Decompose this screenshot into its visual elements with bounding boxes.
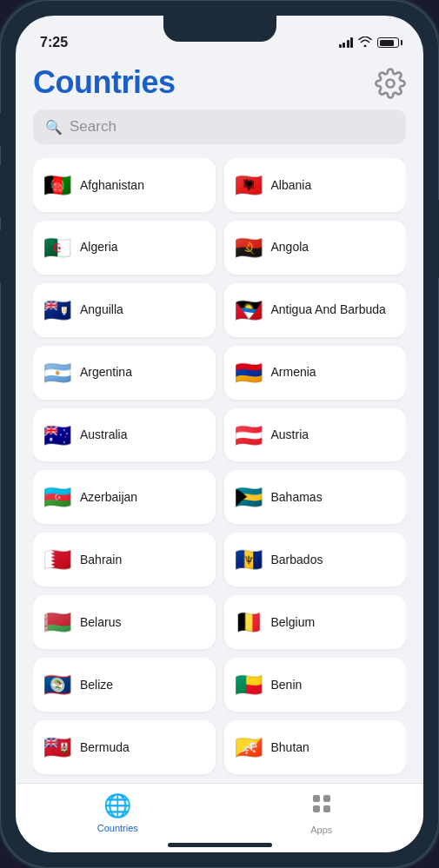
svg-rect-3: [313, 805, 320, 812]
signal-icon: [339, 37, 354, 48]
country-name: Anguilla: [80, 302, 123, 317]
country-name: Antigua And Barbuda: [271, 302, 386, 317]
flag-icon: 🇦🇿: [43, 486, 71, 508]
volume-up-button: [0, 165, 3, 217]
list-item[interactable]: 🇧🇸Bahamas: [224, 470, 407, 524]
status-icons: [339, 36, 400, 50]
country-name: Azerbaijan: [80, 490, 137, 505]
country-name: Bahamas: [271, 490, 323, 505]
phone-screen: 7:25: [16, 16, 423, 852]
home-indicator: [168, 843, 272, 847]
flag-icon: 🇦🇱: [235, 174, 263, 196]
svg-point-0: [387, 80, 395, 88]
flag-icon: 🇧🇯: [235, 673, 263, 696]
country-name: Bahrain: [80, 553, 122, 567]
flag-icon: 🇦🇷: [43, 361, 71, 384]
list-item[interactable]: 🇧🇹Bhutan: [224, 720, 407, 774]
list-item[interactable]: 🇧🇧Barbados: [224, 533, 407, 586]
country-name: Argentina: [80, 365, 132, 380]
list-item[interactable]: 🇦🇱Albania: [224, 158, 407, 212]
notch: [163, 16, 276, 42]
list-item[interactable]: 🇦🇺Australia: [33, 408, 216, 462]
main-content: Countries 🔍 Search 🇦🇫Afghanistan🇦🇱Albani…: [16, 57, 423, 783]
search-icon: 🔍: [45, 119, 63, 136]
country-name: Belarus: [80, 615, 121, 630]
flag-icon: 🇦🇫: [43, 174, 71, 196]
flag-icon: 🇧🇪: [235, 611, 263, 633]
flag-icon: 🇦🇺: [43, 424, 71, 447]
country-name: Algeria: [80, 240, 118, 255]
flag-icon: 🇧🇸: [235, 486, 263, 508]
svg-rect-1: [313, 795, 320, 802]
list-item[interactable]: 🇦🇴Angola: [224, 221, 407, 275]
list-item[interactable]: 🇦🇬Antigua And Barbuda: [224, 283, 407, 337]
list-item[interactable]: 🇧🇯Benin: [224, 658, 407, 712]
country-name: Angola: [271, 240, 309, 255]
country-name: Bermuda: [80, 740, 130, 755]
page-title: Countries: [33, 64, 176, 101]
country-name: Armenia: [271, 365, 316, 380]
tab-countries[interactable]: 🌐 Countries: [16, 792, 220, 833]
globe-icon: 🌐: [103, 792, 131, 819]
volume-down-button: [0, 230, 3, 282]
list-item[interactable]: 🇧🇲Bermuda: [33, 720, 216, 774]
flag-icon: 🇦🇹: [235, 424, 263, 447]
country-name: Afghanistan: [80, 178, 144, 193]
settings-icon[interactable]: [375, 68, 406, 99]
list-item[interactable]: 🇦🇮Anguilla: [33, 283, 216, 337]
flag-icon: 🇧🇧: [235, 548, 263, 571]
flag-icon: 🇧🇲: [43, 736, 71, 759]
silent-switch: [0, 113, 3, 146]
tab-apps-label: Apps: [310, 825, 332, 835]
list-item[interactable]: 🇦🇹Austria: [224, 408, 407, 462]
countries-grid: 🇦🇫Afghanistan🇦🇱Albania🇩🇿Algeria🇦🇴Angola🇦…: [33, 158, 406, 783]
list-item[interactable]: 🇦🇷Argentina: [33, 346, 216, 400]
country-name: Austria: [271, 427, 309, 442]
tab-countries-label: Countries: [97, 823, 138, 833]
country-name: Bhutan: [271, 740, 309, 755]
flag-icon: 🇦🇴: [235, 236, 263, 259]
list-item[interactable]: 🇧🇾Belarus: [33, 595, 216, 649]
flag-icon: 🇧🇭: [43, 548, 71, 571]
list-item[interactable]: 🇦🇫Afghanistan: [33, 158, 216, 212]
power-button: [436, 200, 439, 278]
flag-icon: 🇧🇹: [235, 736, 263, 759]
country-name: Barbados: [271, 553, 323, 567]
svg-rect-2: [323, 795, 330, 802]
search-placeholder: Search: [70, 118, 116, 136]
battery-icon: [377, 37, 399, 48]
flag-icon: 🇩🇿: [43, 236, 71, 259]
flag-icon: 🇦🇮: [43, 299, 71, 321]
flag-icon: 🇧🇿: [43, 673, 71, 696]
list-item[interactable]: 🇦🇿Azerbaijan: [33, 470, 216, 524]
search-bar[interactable]: 🔍 Search: [33, 109, 406, 144]
phone-frame: 7:25: [0, 0, 439, 868]
list-item[interactable]: 🇧🇪Belgium: [224, 595, 407, 649]
tab-apps[interactable]: Apps: [220, 792, 424, 835]
header-row: Countries: [33, 64, 406, 101]
list-item[interactable]: 🇧🇭Bahrain: [33, 533, 216, 586]
list-item[interactable]: 🇦🇲Armenia: [224, 346, 407, 400]
flag-icon: 🇦🇬: [235, 299, 263, 321]
flag-icon: 🇧🇾: [43, 611, 71, 633]
list-item[interactable]: 🇧🇿Belize: [33, 658, 216, 712]
list-item[interactable]: 🇩🇿Algeria: [33, 221, 216, 275]
wifi-icon: [358, 36, 372, 50]
country-name: Belgium: [271, 615, 316, 630]
country-name: Australia: [80, 427, 127, 442]
country-name: Benin: [271, 678, 303, 692]
country-name: Albania: [271, 178, 312, 193]
svg-rect-4: [323, 805, 330, 812]
status-time: 7:25: [40, 35, 68, 50]
apps-icon: [310, 792, 333, 821]
tab-bar: 🌐 Countries Apps: [16, 783, 423, 852]
country-name: Belize: [80, 678, 113, 692]
flag-icon: 🇦🇲: [235, 361, 263, 384]
